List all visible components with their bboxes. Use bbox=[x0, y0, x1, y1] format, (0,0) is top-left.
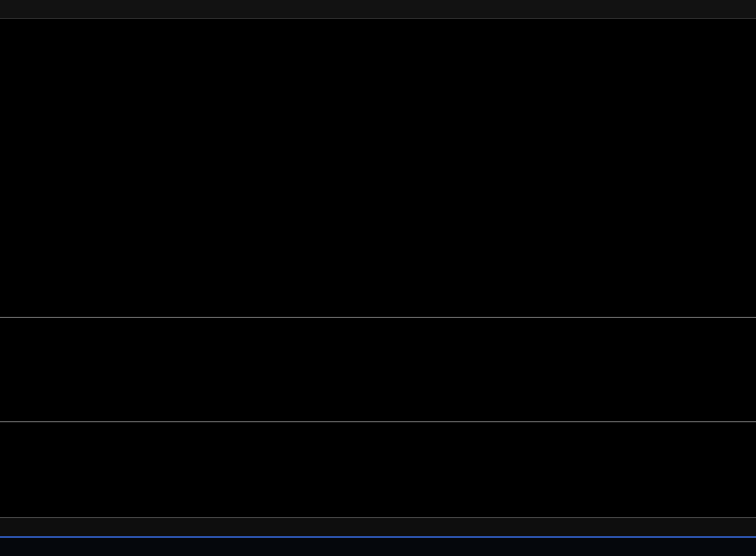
volume-indicator-header bbox=[0, 317, 756, 338]
main-candlestick-chart[interactable] bbox=[0, 38, 756, 317]
time-axis bbox=[0, 517, 756, 536]
ma-indicator-header bbox=[0, 20, 756, 39]
volume-pane[interactable] bbox=[0, 338, 756, 421]
title-bar bbox=[0, 0, 756, 19]
indicator-tab-bar bbox=[0, 536, 756, 556]
macd-indicator-header bbox=[0, 421, 756, 442]
macd-pane[interactable] bbox=[0, 442, 756, 517]
trading-app-window bbox=[0, 0, 756, 556]
